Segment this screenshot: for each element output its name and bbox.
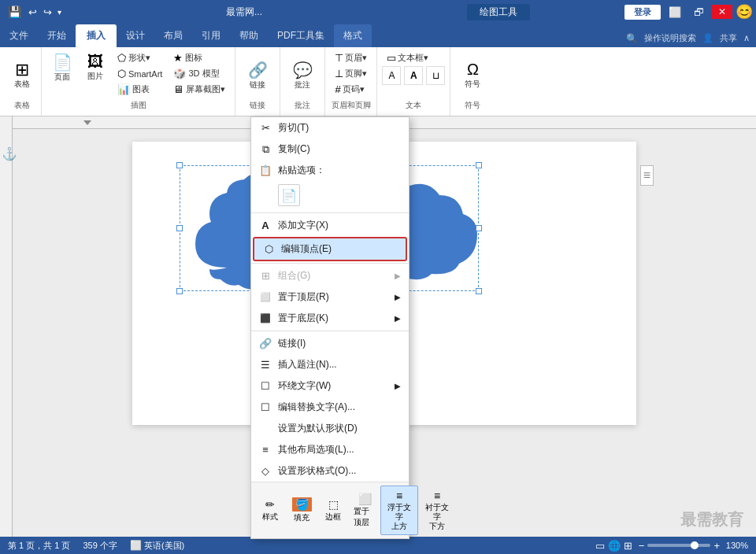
- collapse-ribbon-icon[interactable]: ∧: [743, 33, 750, 43]
- morelayout-label: 其他布局选项(L)...: [278, 443, 354, 456]
- ctx-edit-points[interactable]: ⬡ 编辑顶点(E): [253, 237, 407, 261]
- view-web-icon[interactable]: 🌐: [608, 540, 621, 552]
- picture-button[interactable]: 🖼 图片: [80, 50, 111, 84]
- screenshot-icon: 🖥: [173, 83, 183, 95]
- handle-tr[interactable]: [476, 162, 482, 168]
- chart-button[interactable]: 📊 图表: [113, 82, 167, 97]
- zoom-in-icon[interactable]: +: [713, 540, 720, 552]
- undo-icon[interactable]: ↩: [26, 5, 39, 20]
- tab-insert[interactable]: 插入: [76, 24, 117, 47]
- screenshot-label: 屏幕截图▾: [186, 83, 225, 95]
- header-button[interactable]: ⊤ 页眉▾: [330, 50, 372, 65]
- table-icon: ⊞: [15, 61, 29, 79]
- fill-icon: 🪣: [292, 497, 312, 512]
- ctx-caption[interactable]: ☰ 插入题注(N)...: [251, 354, 409, 375]
- ctx-more-layout[interactable]: ≡ 其他布局选项(L)...: [251, 439, 409, 460]
- zoom-thumb[interactable]: [691, 541, 699, 549]
- comment-button[interactable]: 💬 批注: [285, 57, 320, 94]
- link-button[interactable]: 🔗 链接: [240, 57, 275, 94]
- tab-home[interactable]: 开始: [38, 24, 76, 47]
- paste-option-icon[interactable]: 📄: [278, 184, 300, 206]
- symbol-button[interactable]: Ω 符号: [455, 57, 490, 93]
- tab-file[interactable]: 文件: [0, 24, 38, 47]
- picture-label: 图片: [87, 71, 103, 82]
- handle-tl[interactable]: [176, 162, 183, 168]
- ctx-tool-border[interactable]: ⬚ 边框: [317, 495, 349, 526]
- floatabove-label: 浮于文字上方: [386, 503, 413, 531]
- zoom-out-icon[interactable]: −: [639, 540, 645, 552]
- page-button[interactable]: 📄 页面: [46, 50, 78, 85]
- ctx-format-shape[interactable]: ◇ 设置形状格式(O)...: [251, 460, 409, 482]
- indent-marker-left[interactable]: [83, 120, 91, 125]
- ctx-paste[interactable]: 📋 粘贴选项：: [251, 160, 409, 181]
- zoom-slider[interactable]: [647, 544, 710, 547]
- ctx-group[interactable]: ⊞ 组合(G) ▶: [251, 265, 409, 286]
- ctx-tool-tofront[interactable]: ⬜ 置于顶层: [349, 489, 380, 531]
- tab-references[interactable]: 引用: [192, 24, 230, 47]
- view-read-icon[interactable]: ⊞: [624, 540, 632, 552]
- group-label-symbols: 符号: [455, 100, 490, 113]
- ctx-add-text[interactable]: A 添加文字(X): [251, 215, 409, 236]
- screenshot-button[interactable]: 🖥 屏幕截图▾: [169, 82, 230, 97]
- tab-pdftool[interactable]: PDF工具集: [268, 24, 334, 47]
- ctx-wrap[interactable]: ☐ 环绕文字(W) ▶: [251, 375, 409, 397]
- table-button[interactable]: ⊞ 表格: [8, 58, 36, 93]
- bringfront-icon: ⬜: [259, 292, 272, 302]
- statusbar: 第 1 页，共 1 页 359 个字 ⬜ 英语(美国) ▭ 🌐 ⊞ − + 13…: [0, 537, 756, 554]
- share-label[interactable]: 共享: [720, 32, 737, 44]
- handle-bl[interactable]: [176, 288, 183, 294]
- ribbon: ⊞ 表格 表格 📄 页面 🖼 图片 ⬠ 形状▾ ⬡: [0, 47, 756, 116]
- search-label[interactable]: 操作说明搜索: [644, 32, 696, 44]
- smartart-button[interactable]: ⬡ SmartArt: [113, 66, 167, 81]
- save-icon[interactable]: 💾: [5, 4, 24, 20]
- ribbon-group-text: ▭ 文本框▾ A A ⊔ 文本: [377, 47, 450, 116]
- chart-icon: 📊: [117, 83, 130, 95]
- 3dmodel-icon: 🎲: [173, 68, 186, 79]
- layout-icon[interactable]: ≡: [640, 165, 654, 186]
- minimize-icon[interactable]: 🗗: [689, 5, 709, 20]
- ctx-cut[interactable]: ✂ 剪切(T): [251, 117, 409, 138]
- handle-mr[interactable]: [476, 225, 482, 231]
- tab-help[interactable]: 帮助: [230, 24, 268, 47]
- ctx-tool-behind-text[interactable]: ≡ 衬于文字下方: [418, 486, 456, 534]
- icon-button[interactable]: ★ 图标: [169, 50, 230, 65]
- ribbon-group-comments: 💬 批注 批注: [280, 47, 325, 116]
- 3dmodel-button[interactable]: 🎲 3D 模型: [169, 66, 230, 81]
- textbox-button[interactable]: ▭ 文本框▾: [382, 50, 433, 65]
- ctx-tool-float-above[interactable]: ≡ 浮于文字上方: [380, 486, 418, 535]
- tofront-label: 置于顶层: [354, 506, 376, 528]
- morelayout-icon: ≡: [259, 444, 272, 456]
- view-print-icon[interactable]: ▭: [595, 540, 605, 552]
- customize-icon[interactable]: ▾: [56, 6, 63, 18]
- handle-ml[interactable]: [176, 225, 183, 231]
- ctx-send-back[interactable]: ⬛ 置于底层(K) ▶: [251, 308, 409, 329]
- statusbar-left: 第 1 页，共 1 页 359 个字 ⬜ 英语(美国): [8, 540, 184, 552]
- footer-button[interactable]: ⊥ 页脚▾: [330, 66, 372, 81]
- ctx-link[interactable]: 🔗 链接(I): [251, 333, 409, 354]
- login-button[interactable]: 登录: [624, 5, 661, 20]
- handle-br[interactable]: [476, 288, 482, 294]
- ctx-alt-text[interactable]: ☐ 编辑替换文字(A)...: [251, 397, 409, 418]
- font-color-btn[interactable]: A: [382, 66, 401, 85]
- icon-col: ★ 图标 🎲 3D 模型 🖥 屏幕截图▾: [169, 50, 230, 97]
- sendback-label: 置于底层(K): [278, 312, 328, 325]
- text-effects-btn[interactable]: A: [404, 66, 423, 85]
- help-icon[interactable]: ⬜: [664, 5, 686, 20]
- tab-layout[interactable]: 布局: [154, 24, 192, 47]
- ctx-set-default[interactable]: 设置为默认形状(D): [251, 418, 409, 439]
- redo-icon[interactable]: ↪: [41, 5, 54, 20]
- formatshape-label: 设置形状格式(O)...: [278, 464, 356, 478]
- ctx-tool-fill[interactable]: 🪣 填充: [286, 494, 317, 526]
- ctx-copy[interactable]: ⧉ 复制(C): [251, 138, 409, 160]
- close-icon[interactable]: ✕: [712, 5, 732, 19]
- tab-format[interactable]: 格式: [334, 24, 372, 47]
- ribbon-group-table: ⊞ 表格 表格: [3, 47, 42, 116]
- shapes-button[interactable]: ⬠ 形状▾: [113, 50, 167, 65]
- ctx-bring-front[interactable]: ⬜ 置于顶层(R) ▶: [251, 286, 409, 308]
- ctx-subtoolbar: ✏ 样式 🪣 填充 ⬚ 边框 ⬜ 置于顶层 ≡ 浮于文字上方 ≡ 衬于文字下方: [251, 482, 409, 538]
- copy-label: 复制(C): [278, 142, 310, 156]
- ctx-tool-style[interactable]: ✏ 样式: [254, 495, 286, 526]
- tab-design[interactable]: 设计: [117, 24, 154, 47]
- pagenum-button[interactable]: # 页码▾: [330, 82, 372, 97]
- dropcap-btn[interactable]: ⊔: [426, 66, 445, 85]
